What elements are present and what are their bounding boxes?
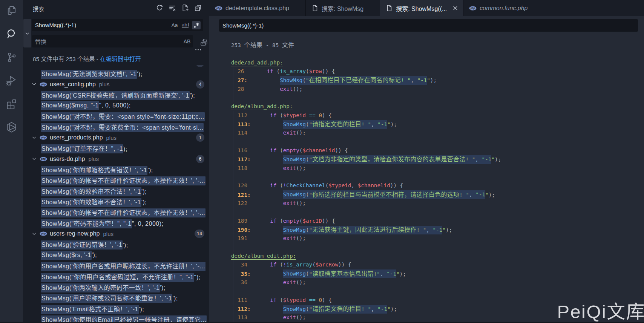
file-heading-line: dede/ad_add.php: bbox=[209, 58, 644, 67]
svg-text:php: php bbox=[41, 233, 46, 236]
chevron-down-icon bbox=[31, 135, 37, 141]
match-highlight: ShowMsg($msg, "-1 bbox=[41, 101, 99, 110]
match-row[interactable]: ShowMsg('你的效验串不合法！', '-1'); bbox=[23, 196, 209, 207]
file-icon bbox=[311, 5, 319, 12]
file-dir: plus bbox=[106, 135, 117, 141]
php-icon: php bbox=[40, 231, 47, 236]
activity-search-icon[interactable] bbox=[0, 25, 23, 43]
replace-input[interactable]: 替换 AB bbox=[32, 35, 193, 47]
match-highlight: ShowMsg("你的用户名或密码过短，不允许注册！", "-1 bbox=[41, 273, 194, 282]
activity-run-debug-icon[interactable] bbox=[0, 72, 23, 90]
svg-text:php: php bbox=[41, 136, 46, 139]
tab--ShowMsg[interactable]: 搜索: ShowMsg bbox=[306, 0, 380, 16]
matched-code-line: 190: ShowMsg("无法获得主键，因此无法进行后续操作! ", "-1"… bbox=[209, 225, 644, 234]
file-row[interactable]: phpusers_config.phpplus4 bbox=[23, 79, 209, 89]
match-highlight: ShowMsg('你的效验串不合法！', '-1 bbox=[41, 198, 141, 207]
preserve-case-toggle[interactable]: AB bbox=[183, 37, 191, 46]
blank-line bbox=[209, 49, 644, 58]
match-highlight: ShowMsg("请指定文档的栏目! ", "-1 bbox=[283, 305, 387, 314]
toggle-replace-button[interactable] bbox=[23, 19, 31, 47]
activity-source-control-icon[interactable] bbox=[0, 48, 23, 66]
tab-common.func.php[interactable]: phpcommon.func.php bbox=[463, 0, 544, 16]
regex-toggle[interactable] bbox=[192, 21, 201, 29]
match-row[interactable]: ShowMsg("订单不存在！", -1); bbox=[23, 143, 209, 153]
match-row[interactable]: ShowMsg('无法浏览未知文档!', '-1'); bbox=[23, 68, 209, 79]
match-row[interactable]: ShowMsg($rs, '-1'); bbox=[23, 250, 209, 260]
match-highlight: ShowMsg('你的帐号不在邮件验证状态，本操作无效！', '-... bbox=[41, 176, 205, 185]
tab-label: dedetemplate.class.php bbox=[225, 5, 289, 12]
match-highlight: ShowMsg("在相同栏目下已经存在同名的标记! ", "-1 bbox=[280, 76, 427, 85]
match-row[interactable]: ShowMsg('你使用的Email已经被另一帐号注册，请使其它... bbox=[23, 314, 209, 323]
match-highlight: ShowMsg("文档为非指定的类型，请检查你发布内容的表单是否合法! ", "… bbox=[283, 155, 492, 164]
collapse-all-button[interactable] bbox=[194, 4, 202, 12]
match-highlight: ShowMsg("读取档案基本信息出错!", "-1 bbox=[283, 269, 396, 278]
chevron-down-icon bbox=[31, 156, 37, 162]
match-row[interactable]: ShowMsg('你的用户名或用户昵称过长，不允许注册！', '-... bbox=[23, 260, 209, 271]
search-results-tree: ShowMsg('无法浏览未知文档!', '-1');phpusers_conf… bbox=[23, 68, 209, 323]
match-highlight: ShowMsg('你的效验串不合法！', '-1 bbox=[41, 187, 141, 196]
code-line: 36 exit(); bbox=[209, 278, 644, 287]
match-row[interactable]: ShowMsg('用户昵称或公司名称不能重复！', '-1'); bbox=[23, 292, 209, 303]
match-row[interactable]: ShowMsg("对不起，需要花费金币：<span style='font-si… bbox=[23, 122, 209, 132]
activity-extensions-icon[interactable] bbox=[0, 95, 23, 113]
match-highlight: ShowMsg("你所选择的栏目与当前模型不相符，请选择白色的选项! ", "-… bbox=[283, 190, 485, 199]
file-row[interactable]: phpusers-do.phpplus6 bbox=[23, 154, 209, 164]
match-row[interactable]: ShowMsg('CSRF校验失败，请刷新页面重新提交', '-1'); bbox=[23, 90, 209, 100]
tab-bar: phpdedetemplate.class.php搜索: ShowMsg搜索: … bbox=[209, 0, 644, 16]
blank-line bbox=[209, 93, 644, 102]
match-case-toggle[interactable]: Aa bbox=[171, 21, 178, 29]
file-icon bbox=[386, 5, 393, 12]
match-row[interactable]: ShowMsg($msg, "-1", 0, 5000); bbox=[23, 100, 209, 111]
match-row[interactable]: ShowMsg('你两次输入的密码不一致！', '-1'); bbox=[23, 282, 209, 292]
match-row[interactable]: ShowMsg("密码不能为空！", "-1", 0, 2000); bbox=[23, 218, 209, 228]
file-name: users-do.php bbox=[50, 156, 85, 162]
php-icon: php bbox=[40, 157, 47, 161]
code-line: 34 if (!is_array($arcRow)) { bbox=[209, 260, 644, 269]
match-row[interactable]: ShowMsg('你的邮箱格式有错误！', '-1'); bbox=[23, 164, 209, 175]
more-actions-button[interactable] bbox=[194, 46, 202, 54]
matched-code-line: 113: ShowMsg("请指定文档的栏目! ", "-1"); bbox=[209, 120, 644, 129]
code-line: 112 if ($typeid == 0) { bbox=[209, 111, 644, 120]
match-row[interactable]: ShowMsg('你的帐号不在邮件验证状态，本操作无效！', '-... bbox=[23, 207, 209, 217]
open-in-editor-link[interactable]: 在编辑器中打开 bbox=[100, 56, 141, 62]
activity-bar bbox=[0, 0, 23, 323]
code-line: 189 if (empty($arcID)) { bbox=[209, 217, 644, 225]
match-row[interactable]: ShowMsg('验证码错误！', '-1'); bbox=[23, 239, 209, 250]
clear-results-button[interactable] bbox=[168, 4, 176, 12]
match-row[interactable]: ShowMsg('Email格式不正确！', '-1'); bbox=[23, 303, 209, 314]
close-icon[interactable] bbox=[452, 5, 458, 11]
replace-all-button[interactable] bbox=[200, 38, 208, 46]
blank-line bbox=[209, 243, 644, 252]
svg-text:php: php bbox=[216, 7, 221, 10]
tab-dedetemplate.class.php[interactable]: phpdedetemplate.class.php bbox=[209, 0, 306, 16]
match-count-badge: 1 bbox=[196, 133, 204, 142]
chevron-down-icon bbox=[31, 81, 37, 87]
search-input-value: ShowMsg((.*)-1) bbox=[35, 22, 76, 28]
tab-label: common.func.php bbox=[480, 5, 527, 12]
search-editor-results: 253 个结果 - 85 文件dede/ad_add.php: 26 if (i… bbox=[209, 41, 644, 322]
match-highlight: ShowMsg("密码不能为空！", "-1 bbox=[41, 219, 132, 228]
file-row[interactable]: phpusers-reg-new.phpplus14 bbox=[23, 228, 209, 239]
file-heading-line: dede/album_edit.php: bbox=[209, 252, 644, 260]
refresh-button[interactable] bbox=[155, 4, 163, 12]
search-summary: 85 文件中有 253 个结果 - 在编辑器中打开 bbox=[33, 54, 141, 63]
match-row[interactable]: ShowMsg('你的效验串不合法！', '-1'); bbox=[23, 186, 209, 196]
svg-text:php: php bbox=[470, 7, 475, 10]
new-search-editor-button[interactable] bbox=[181, 4, 189, 12]
php-icon: php bbox=[40, 82, 47, 87]
match-row[interactable]: ShowMsg("对不起，需要：<span style='font-size:1… bbox=[23, 111, 209, 121]
php-icon: php bbox=[40, 135, 47, 140]
watermark: PeiQi文库 bbox=[557, 297, 644, 323]
search-editor-query[interactable]: ShowMsg((.*)-1) bbox=[219, 19, 638, 32]
match-highlight: ShowMsg('CSRF校验失败，请刷新页面重新提交', '-1 bbox=[41, 91, 190, 100]
code-line: 26 if (is_array($row)) { bbox=[209, 67, 644, 76]
search-input[interactable]: ShowMsg((.*)-1) Aa ab bbox=[32, 19, 203, 31]
whole-word-toggle[interactable]: ab bbox=[181, 21, 189, 29]
match-row[interactable]: ShowMsg("你的用户名或密码过短，不允许注册！", "-1"); bbox=[23, 271, 209, 282]
file-row[interactable]: phpusers_products.phpplus1 bbox=[23, 132, 209, 143]
code-line: 28 exit(); bbox=[209, 85, 644, 93]
activity-package-icon[interactable] bbox=[0, 118, 23, 136]
activity-files-icon[interactable] bbox=[0, 2, 23, 20]
match-row[interactable]: ShowMsg('你的帐号不在邮件验证状态，本操作无效！', '-... bbox=[23, 175, 209, 185]
tab--ShowMsg-...[interactable]: 搜索: ShowMsg((... bbox=[380, 0, 463, 16]
